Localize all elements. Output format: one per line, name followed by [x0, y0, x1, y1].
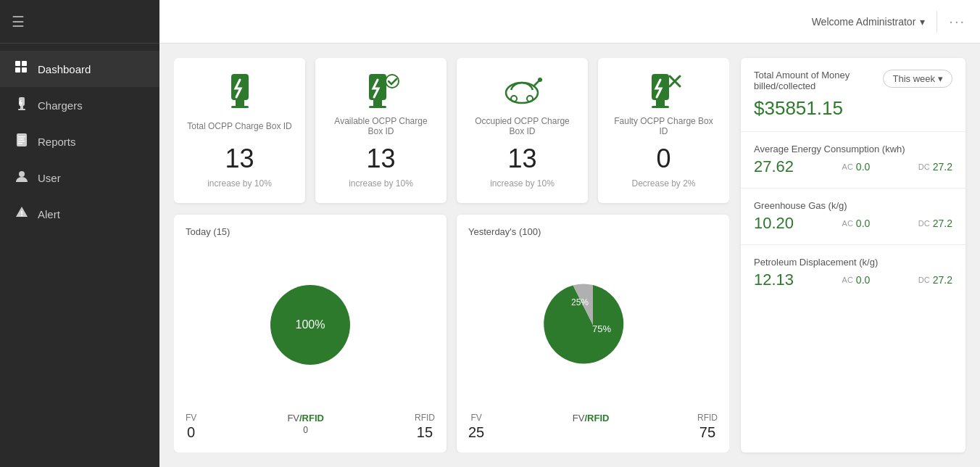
card-label-available: Available OCPP Charge Box ID: [327, 115, 435, 138]
dropdown-arrow-icon: ▾: [920, 16, 925, 28]
yesterday-chart-card: Yesterday's (100) 75% 25%: [457, 215, 729, 452]
money-amount: $35851.15: [754, 97, 952, 120]
gas-ac-label: AC: [842, 219, 853, 228]
card-change-available: increase by 10%: [349, 178, 413, 189]
yesterday-fv-rfid-item: FV/RFID: [573, 413, 610, 423]
energy-section: Average Energy Consumption (kwh) 27.62 A…: [741, 132, 966, 189]
svg-rect-19: [373, 100, 382, 106]
gas-dc-value: 27.2: [933, 218, 952, 229]
alert-icon: [14, 206, 29, 222]
svg-rect-7: [17, 133, 27, 146]
petro-ac-value: 0.0: [856, 274, 870, 286]
petro-title: Petroleum Displacement (k/g): [754, 257, 947, 268]
sidebar-item-label: Chargers: [38, 99, 83, 112]
svg-text:100%: 100%: [296, 318, 325, 331]
petro-dc-sub: DC 27.2: [918, 274, 952, 286]
yesterday-rfid-label: RFID: [697, 413, 718, 423]
svg-rect-1: [22, 61, 27, 66]
yesterday-pie-chart: 75% 25%: [542, 278, 644, 372]
petro-dc-label: DC: [918, 276, 930, 284]
content-area: Total OCPP Charge Box ID 13 increase by …: [159, 44, 980, 467]
sidebar-item-chargers[interactable]: Chargers: [0, 87, 159, 123]
svg-rect-3: [22, 67, 27, 73]
card-number-total: 13: [225, 144, 254, 174]
today-fv-rfid-value: 0: [303, 425, 308, 435]
svg-rect-15: [231, 74, 249, 100]
faulty-charger-icon: [646, 73, 682, 109]
svg-point-24: [527, 96, 533, 102]
svg-rect-0: [15, 61, 20, 66]
more-options-button[interactable]: ···: [949, 13, 966, 30]
energy-ac-label: AC: [842, 162, 853, 171]
this-week-label: This week: [892, 73, 935, 84]
sidebar-item-reports[interactable]: Reports: [0, 123, 159, 160]
svg-text:75%: 75%: [592, 323, 611, 334]
stat-card-available: Available OCPP Charge Box ID 13 increase…: [315, 58, 447, 203]
card-label-total: Total OCPP Charge Box ID: [187, 115, 292, 138]
svg-rect-5: [20, 106, 23, 109]
money-section: Total Amount of Money billed/collected T…: [741, 58, 966, 132]
today-rfid-item: RFID 15: [415, 413, 435, 441]
yesterday-fv-label: FV: [470, 413, 481, 423]
today-fv-label: FV: [186, 413, 196, 423]
yesterday-fv-value: 25: [468, 424, 484, 441]
today-pie-chart: 100%: [263, 278, 357, 372]
gas-main-value: 10.20: [754, 214, 794, 233]
stat-card-faulty: Faulty OCPP Charge Box ID 0 Decrease by …: [598, 58, 729, 203]
svg-point-12: [19, 171, 25, 177]
sidebar-item-alert[interactable]: Alert: [0, 196, 159, 232]
occupied-charger-icon: [502, 73, 542, 109]
money-title: Total Amount of Money billed/collected: [754, 70, 877, 91]
gas-ac-sub: AC 0.0: [842, 218, 871, 229]
petro-ac-sub: AC 0.0: [842, 274, 871, 286]
today-chart-area: 100%: [186, 244, 435, 405]
card-change-occupied: increase by 10%: [490, 178, 555, 189]
sidebar-item-label: User: [38, 172, 61, 184]
today-rfid-value: 15: [417, 424, 433, 441]
svg-rect-16: [236, 100, 244, 106]
svg-rect-10: [18, 141, 25, 142]
energy-metric-row: 27.62 AC 0.0 DC 27.2: [754, 157, 952, 176]
gas-section: Greenhouse Gas (k/g) 10.20 AC 0.0 DC 27.…: [741, 189, 966, 245]
today-chart-footer: FV 0 FV/RFID 0 RFID 15: [186, 413, 435, 441]
svg-point-14: [21, 215, 22, 216]
svg-point-21: [386, 75, 399, 88]
right-panel: Total Amount of Money billed/collected T…: [741, 58, 966, 452]
hamburger-icon[interactable]: ☰: [12, 13, 25, 30]
sidebar-item-user[interactable]: User: [0, 160, 159, 196]
petro-metric-row: 12.13 AC 0.0 DC 27.2: [754, 270, 952, 289]
stat-card-total: Total OCPP Charge Box ID 13 increase by …: [174, 58, 305, 203]
dropdown-arrow-icon: ▾: [938, 73, 943, 84]
energy-dc-sub: DC 27.2: [918, 161, 952, 173]
sidebar-item-dashboard[interactable]: Dashboard: [0, 51, 159, 87]
yesterday-rfid-value: 75: [699, 424, 715, 441]
available-charger-icon: [363, 73, 399, 109]
gas-metric-row: 10.20 AC 0.0 DC 27.2: [754, 214, 952, 233]
svg-point-23: [511, 96, 517, 102]
gas-dc-sub: DC 27.2: [918, 218, 952, 229]
today-chart-title: Today (15): [186, 226, 435, 237]
card-number-occupied: 13: [507, 144, 536, 174]
this-week-button[interactable]: This week ▾: [883, 70, 952, 88]
yesterday-fv-item: FV 25: [468, 413, 484, 441]
stat-card-occupied: Occupied OCPP Charge Box ID 13 increase …: [457, 58, 588, 203]
yesterday-chart-footer: FV 25 FV/RFID RFID 75: [468, 413, 718, 441]
sidebar-item-label: Reports: [38, 136, 76, 148]
svg-rect-28: [656, 100, 665, 106]
svg-rect-18: [369, 74, 386, 100]
card-change-total: increase by 10%: [207, 178, 272, 189]
main-grid: Total OCPP Charge Box ID 13 increase by …: [174, 58, 729, 452]
topbar-user[interactable]: Welcome Administrator ▾: [812, 16, 926, 28]
dashboard-icon: [14, 61, 29, 77]
chargers-icon: [14, 97, 29, 113]
user-icon: [14, 170, 29, 186]
sidebar: ☰ Dashboard Cha: [0, 0, 159, 467]
yesterday-chart-title: Yesterday's (100): [468, 226, 718, 237]
svg-rect-20: [369, 106, 386, 108]
petro-ac-label: AC: [842, 276, 853, 284]
today-fv-item: FV 0: [186, 413, 196, 441]
svg-text:25%: 25%: [571, 297, 589, 307]
stat-cards-row: Total OCPP Charge Box ID 13 increase by …: [174, 58, 729, 203]
petro-dc-value: 27.2: [933, 274, 952, 286]
svg-rect-2: [15, 67, 20, 73]
